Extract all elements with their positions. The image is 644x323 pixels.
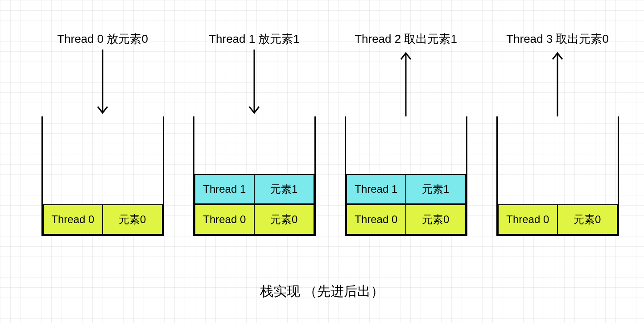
cell-element: 元素0 (103, 205, 162, 234)
cell-element: 元素0 (558, 205, 617, 234)
step-1-title: Thread 0 放元素0 (31, 31, 174, 47)
step-3: Thread 2 取出元素1 Thread 1 元素1 Thread 0 元素0 (334, 31, 477, 236)
stack-3-row-1: Thread 1 元素1 (346, 174, 466, 204)
step-2: Thread 1 放元素1 Thread 1 元素1 Thread 0 元素0 (183, 31, 326, 236)
stack-1: Thread 0 元素0 (41, 116, 164, 236)
cell-thread: Thread 1 (347, 175, 407, 203)
stack-3-row-0: Thread 0 元素0 (346, 204, 466, 235)
cell-thread: Thread 0 (347, 205, 407, 234)
step-4-title: Thread 3 取出元素0 (486, 31, 629, 47)
step-4: Thread 3 取出元素0 Thread 0 元素0 (486, 31, 629, 236)
arrow-up-1 (334, 50, 477, 116)
step-1: Thread 0 放元素0 Thread 0 元素0 (31, 31, 174, 236)
stack-4: Thread 0 元素0 (496, 116, 619, 236)
stack-2-row-1: Thread 1 元素1 (194, 174, 314, 204)
arrow-down-icon (248, 50, 261, 116)
arrow-up-icon (399, 50, 413, 116)
stack-2-row-0: Thread 0 元素0 (194, 204, 314, 235)
cell-thread: Thread 1 (195, 175, 255, 203)
footer-caption: 栈实现 （先进后出） (0, 282, 644, 301)
cell-thread: Thread 0 (499, 205, 558, 234)
arrow-down-1 (31, 50, 174, 116)
cell-element: 元素0 (406, 205, 465, 234)
arrow-down-icon (96, 50, 109, 116)
stack-4-row-0: Thread 0 元素0 (498, 204, 618, 235)
arrow-down-2 (183, 50, 326, 116)
cell-thread: Thread 0 (44, 205, 103, 234)
cell-element: 元素1 (406, 175, 465, 203)
cell-element: 元素0 (255, 205, 314, 234)
arrow-up-icon (551, 50, 564, 116)
step-3-title: Thread 2 取出元素1 (334, 31, 477, 47)
stack-3: Thread 1 元素1 Thread 0 元素0 (345, 116, 467, 236)
step-2-title: Thread 1 放元素1 (183, 31, 326, 47)
cell-element: 元素1 (255, 175, 314, 203)
cell-thread: Thread 0 (195, 205, 255, 234)
stack-1-row-0: Thread 0 元素0 (43, 204, 163, 235)
stack-diagram: Thread 0 放元素0 Thread 0 元素0 Thread 1 放元素1… (0, 0, 644, 323)
arrow-up-2 (486, 50, 629, 116)
stack-2: Thread 1 元素1 Thread 0 元素0 (193, 116, 316, 236)
